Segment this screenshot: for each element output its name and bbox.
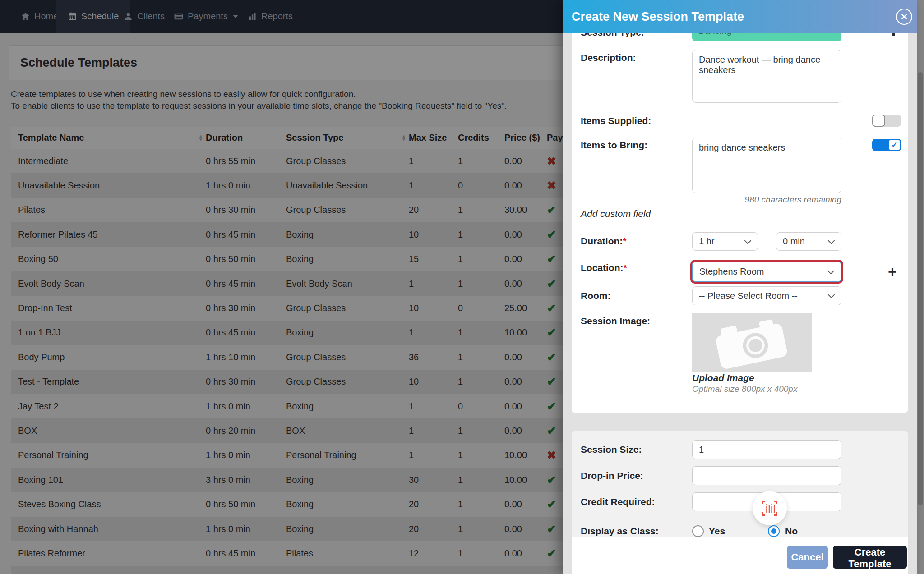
upload-image-link[interactable]: Upload Image bbox=[692, 372, 754, 383]
camera-icon bbox=[705, 313, 800, 372]
display-as-class-label: Display as Class: bbox=[581, 526, 659, 537]
display-as-class-no-radio[interactable] bbox=[768, 525, 780, 537]
session-image-placeholder bbox=[692, 313, 812, 372]
radio-yes-label: Yes bbox=[709, 526, 725, 537]
chevron-down-icon bbox=[827, 267, 835, 275]
description-label: Description: bbox=[581, 52, 636, 63]
chevron-down-icon bbox=[828, 291, 835, 298]
items-to-bring-toggle[interactable]: ✓ bbox=[872, 139, 901, 151]
duration-hours-select[interactable]: 1 hr bbox=[692, 232, 758, 251]
close-icon[interactable]: ✕ bbox=[896, 9, 912, 25]
cancel-button[interactable]: Cancel bbox=[787, 546, 828, 569]
add-session-type-icon-clipped[interactable] bbox=[892, 33, 895, 36]
modal-title: Create New Session Template bbox=[572, 0, 744, 33]
drop-in-price-label: Drop-in Price: bbox=[581, 470, 643, 481]
credit-required-label: Credit Required: bbox=[581, 496, 655, 507]
app-window: HomeScheduleClientsPaymentsReports Sched… bbox=[0, 0, 924, 574]
duration-minutes-select[interactable]: 0 min bbox=[776, 232, 841, 251]
optimal-size-hint: Optimal size 800px x 400px bbox=[692, 384, 797, 394]
add-custom-field-link[interactable]: Add custom field bbox=[581, 208, 651, 219]
chevron-down-icon bbox=[828, 237, 835, 244]
modal-header: Create New Session Template ✕ bbox=[563, 0, 917, 33]
display-as-class-yes-radio[interactable] bbox=[692, 525, 704, 537]
items-supplied-toggle[interactable] bbox=[872, 115, 901, 127]
session-size-input[interactable] bbox=[692, 440, 841, 459]
barcode-scan-icon bbox=[761, 500, 779, 517]
description-textarea[interactable]: Dance workout — bring dance sneakers bbox=[692, 50, 841, 103]
create-session-template-modal: Session Type: Dancing Description: Dance… bbox=[563, 0, 917, 574]
chevron-down-icon bbox=[744, 237, 752, 244]
radio-no-label: No bbox=[785, 526, 798, 537]
items-supplied-label: Items Supplied: bbox=[581, 115, 651, 126]
toggle-knob-check: ✓ bbox=[888, 139, 901, 151]
location-label: Location:* bbox=[581, 262, 627, 273]
session-size-label: Session Size: bbox=[581, 444, 642, 455]
loading-spinner bbox=[753, 491, 787, 525]
duration-label: Duration:* bbox=[581, 236, 627, 247]
add-location-button[interactable]: + bbox=[888, 264, 897, 279]
create-template-button[interactable]: Create Template bbox=[833, 546, 907, 569]
items-to-bring-label: Items to Bring: bbox=[581, 140, 647, 151]
chars-remaining-note: 980 characters remaining bbox=[692, 195, 841, 205]
location-select[interactable]: Stephens Room bbox=[692, 262, 841, 282]
room-label: Room: bbox=[581, 290, 611, 301]
session-image-label: Session Image: bbox=[581, 316, 650, 326]
toggle-knob bbox=[872, 115, 885, 127]
room-select[interactable]: -- Please Select Room -- bbox=[692, 286, 841, 305]
drop-in-price-input[interactable] bbox=[692, 466, 841, 485]
items-to-bring-textarea[interactable]: bring dance sneakers bbox=[692, 138, 841, 193]
